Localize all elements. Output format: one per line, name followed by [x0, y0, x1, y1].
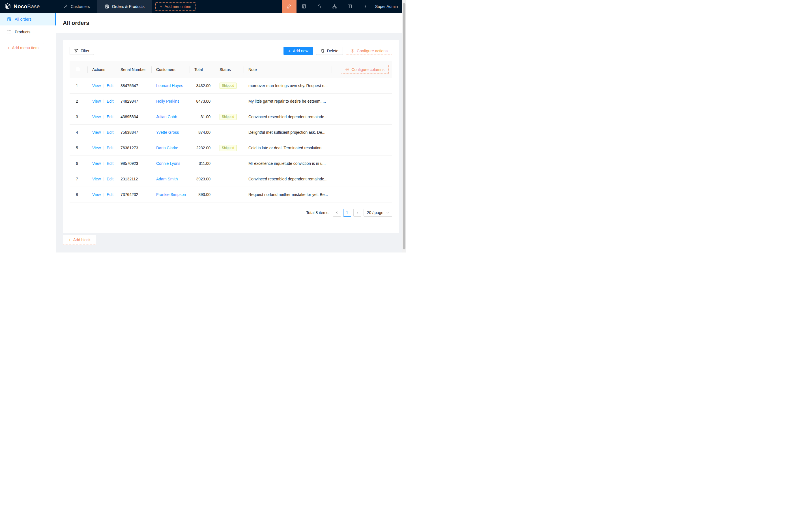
customer-link[interactable]: Adam Smith: [156, 177, 178, 181]
edit-link[interactable]: Edit: [107, 130, 114, 135]
brand-name-bold: Noco: [14, 3, 27, 9]
add-menu-item-label: Add menu item: [12, 45, 38, 50]
view-link[interactable]: View: [92, 192, 101, 197]
total-cell: 2232.00: [190, 140, 215, 156]
status-badge: Shipped: [220, 82, 237, 89]
configure-columns-label: Configure columns: [352, 67, 385, 72]
brand-logo[interactable]: NocoBase: [0, 0, 56, 13]
total-cell: 3923.00: [190, 171, 215, 187]
total-cell: 31.00: [190, 109, 215, 124]
column-header-status: Status: [215, 61, 244, 78]
previous-page-button[interactable]: [333, 209, 341, 216]
edit-link[interactable]: Edit: [107, 192, 114, 197]
spacer-cell: [332, 156, 392, 171]
divider: [104, 193, 104, 196]
add-new-label: Add new: [293, 49, 308, 53]
serial-number-cell: 74829847: [116, 93, 152, 109]
add-menu-item-top-button[interactable]: + Add menu item: [155, 2, 196, 11]
add-block-button[interactable]: + Add block: [63, 235, 96, 245]
more-actions-button[interactable]: [358, 0, 373, 13]
delete-button[interactable]: Delete: [316, 47, 343, 55]
view-link[interactable]: View: [92, 146, 101, 150]
edit-link[interactable]: Edit: [107, 99, 114, 104]
actions-cell: ViewEdit: [88, 187, 116, 202]
plus-icon: +: [288, 49, 291, 53]
sidebar-item-all-orders[interactable]: All orders: [0, 13, 56, 25]
customer-link[interactable]: Holly Perkins: [156, 99, 179, 104]
view-link[interactable]: View: [92, 83, 101, 88]
plugin-manager-button[interactable]: [327, 0, 342, 13]
customer-link[interactable]: Leonard Hayes: [156, 83, 183, 88]
actions-cell: ViewEdit: [88, 171, 116, 187]
scrollbar[interactable]: [402, 0, 406, 252]
status-cell: [215, 156, 244, 171]
edit-link[interactable]: Edit: [107, 146, 114, 150]
pagination-total: Total 8 items: [306, 210, 328, 215]
divider: [104, 115, 104, 119]
view-link[interactable]: View: [92, 161, 101, 166]
table-row: 7ViewEdit23132112Adam Smith3923.00Convin…: [70, 171, 392, 187]
configure-actions-button[interactable]: Configure actions: [346, 47, 392, 55]
nav-tab-orders-products[interactable]: Orders & Products: [97, 0, 152, 13]
serial-number-cell: 23132112: [116, 171, 152, 187]
actions-cell: ViewEdit: [88, 93, 116, 109]
filter-button[interactable]: Filter: [70, 47, 94, 55]
spacer-cell: [332, 187, 392, 202]
table-row: 4ViewEdit75638347Yvette Gross874.00Delig…: [70, 124, 392, 140]
list-icon: [7, 30, 11, 34]
navbar-right-actions: Super Admin: [282, 0, 402, 13]
customer-cell: Yvette Gross: [152, 124, 190, 140]
orders-table-block: Filter + Add new: [63, 40, 399, 233]
nav-tab-customers[interactable]: Customers: [56, 0, 97, 13]
next-page-button[interactable]: [354, 209, 361, 216]
configure-columns-button[interactable]: Configure columns: [341, 65, 389, 74]
scrollbar-thumb[interactable]: [403, 3, 405, 249]
block-templates-button[interactable]: [342, 0, 358, 13]
spacer-cell: [332, 171, 392, 187]
view-link[interactable]: View: [92, 130, 101, 135]
delete-label: Delete: [327, 49, 339, 53]
top-navbar: NocoBase Customers Orders: [0, 0, 402, 13]
page-number-button[interactable]: 1: [343, 209, 351, 216]
column-header-actions: Actions: [88, 61, 116, 78]
edit-link[interactable]: Edit: [107, 83, 114, 88]
total-cell: 874.00: [190, 124, 215, 140]
actions-cell: ViewEdit: [88, 156, 116, 171]
customer-link[interactable]: Frankie Simpson: [156, 192, 186, 197]
ellipsis-vertical-icon: [363, 4, 368, 9]
status-cell: Shipped: [215, 78, 244, 93]
customer-link[interactable]: Yvette Gross: [156, 130, 179, 135]
add-menu-item-sidebar-button[interactable]: + Add menu item: [2, 43, 44, 52]
customer-cell: Frankie Simpson: [152, 187, 190, 202]
total-cell: 893.00: [190, 187, 215, 202]
total-cell: 311.00: [190, 156, 215, 171]
collections-manager-button[interactable]: [296, 0, 312, 13]
customer-cell: Julian Cobb: [152, 109, 190, 124]
customer-link[interactable]: Julian Cobb: [156, 115, 177, 119]
actions-cell: ViewEdit: [88, 109, 116, 124]
ui-editor-toggle[interactable]: [282, 0, 296, 13]
row-index: 3: [70, 109, 88, 124]
view-link[interactable]: View: [92, 99, 101, 104]
customer-link[interactable]: Connie Lyons: [156, 161, 180, 166]
divider: [104, 146, 104, 150]
customer-link[interactable]: Darin Clarke: [156, 146, 178, 150]
orders-table-body: 1ViewEdit38475647Leonard Hayes3432.00Shi…: [70, 78, 392, 202]
row-index: 7: [70, 171, 88, 187]
row-index: 4: [70, 124, 88, 140]
edit-link[interactable]: Edit: [107, 161, 114, 166]
page-size-select[interactable]: 20 / page: [364, 209, 392, 216]
view-link[interactable]: View: [92, 177, 101, 181]
view-link[interactable]: View: [92, 115, 101, 119]
select-all-checkbox[interactable]: [76, 67, 80, 71]
sidebar-item-products[interactable]: Products: [0, 25, 56, 38]
actions-cell: ViewEdit: [88, 78, 116, 93]
add-new-button[interactable]: + Add new: [283, 47, 313, 55]
edit-link[interactable]: Edit: [107, 177, 114, 181]
sidebar-item-label: All orders: [15, 17, 31, 21]
spacer-cell: [332, 124, 392, 140]
access-control-button[interactable]: [312, 0, 327, 13]
edit-link[interactable]: Edit: [107, 115, 114, 119]
spacer-cell: [332, 109, 392, 124]
user-menu[interactable]: Super Admin: [373, 0, 402, 13]
